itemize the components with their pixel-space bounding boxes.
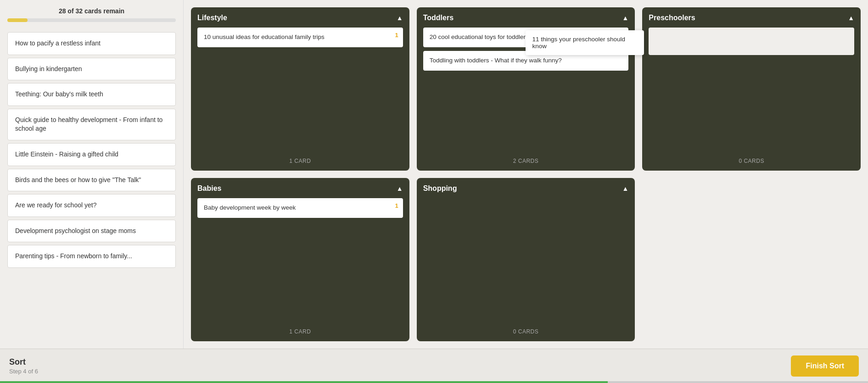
babies-card-1-number: 1 (395, 202, 398, 210)
category-shopping-header: Shopping ▲ (423, 184, 629, 193)
content-area: Lifestyle ▲ 10 unusual ideas for educati… (184, 0, 868, 349)
sort-title: Sort (9, 357, 38, 367)
category-babies-header: Babies ▲ (197, 184, 403, 193)
shopping-footer: 0 CARDS (423, 328, 629, 335)
lifestyle-card-1-text: 10 unusual ideas for educational family … (204, 33, 325, 40)
card-list: How to pacify a restless infantBullying … (7, 32, 176, 349)
babies-footer: 1 CARD (197, 328, 403, 335)
sidebar: 28 of 32 cards remain How to pacify a re… (0, 0, 184, 349)
lifestyle-card-1[interactable]: 10 unusual ideas for educational family … (197, 28, 403, 47)
cards-remain-counter: 28 of 32 cards remain (7, 7, 176, 15)
bottom-progress-fill (0, 381, 608, 383)
list-item[interactable]: Quick guide to healthy development - Fro… (7, 109, 176, 140)
category-toddlers-title: Toddlers (423, 14, 454, 22)
preschoolers-tooltip-text: 11 things your preschooler should know (532, 36, 625, 50)
category-babies-cards: Baby development week by week 1 (197, 198, 403, 324)
toddlers-card-2-text: Toddling with toddlers - What if they wa… (430, 57, 562, 64)
sort-info: Sort Step 4 of 6 (9, 357, 38, 375)
category-lifestyle-cards: 10 unusual ideas for educational family … (197, 28, 403, 153)
list-item[interactable]: Bullying in kindergarten (7, 58, 176, 81)
bottom-bar: Sort Step 4 of 6 Finish Sort (0, 349, 868, 383)
category-toddlers: Toddlers ▲ 20 cool educational toys for … (417, 7, 635, 171)
cards-remain-number: 28 (59, 7, 66, 15)
toddlers-collapse-icon[interactable]: ▲ (622, 14, 628, 22)
sidebar-progress-bar (7, 18, 176, 22)
preschoolers-collapse-icon[interactable]: ▲ (848, 14, 854, 22)
bottom-progress-container (0, 381, 868, 383)
category-babies-title: Babies (197, 184, 221, 193)
list-item[interactable]: Development psychologist on stage moms (7, 220, 176, 243)
preschoolers-tooltip: 11 things your preschooler should know (526, 30, 644, 55)
shopping-collapse-icon[interactable]: ▲ (622, 185, 628, 192)
category-babies: Babies ▲ Baby development week by week 1… (191, 178, 409, 341)
finish-sort-button[interactable]: Finish Sort (791, 355, 859, 377)
cards-remain-suffix: cards remain (84, 7, 124, 15)
list-item[interactable]: Teething: Our baby's milk teeth (7, 83, 176, 106)
category-preschoolers-header: Preschoolers ▲ (649, 14, 854, 22)
category-lifestyle: Lifestyle ▲ 10 unusual ideas for educati… (191, 7, 409, 171)
list-item[interactable]: Birds and the bees or how to give "The T… (7, 169, 176, 192)
category-lifestyle-title: Lifestyle (197, 14, 227, 22)
toddlers-card-1-text: 20 cool educational toys for toddlers (430, 33, 529, 40)
cards-remain-label: of (67, 7, 75, 15)
sidebar-progress-fill (7, 18, 28, 22)
category-toddlers-header: Toddlers ▲ (423, 14, 629, 22)
cards-total-number: 32 (75, 7, 83, 15)
lifestyle-card-1-number: 1 (395, 31, 398, 39)
category-lifestyle-header: Lifestyle ▲ (197, 14, 403, 22)
toddlers-footer: 2 CARDS (423, 158, 629, 164)
preschoolers-empty (649, 28, 854, 55)
category-shopping: Shopping ▲ 0 CARDS (417, 178, 635, 341)
babies-collapse-icon[interactable]: ▲ (397, 185, 403, 192)
sort-step: Step 4 of 6 (9, 368, 38, 375)
list-item[interactable]: Little Einstein - Raising a gifted child (7, 143, 176, 166)
list-item[interactable]: How to pacify a restless infant (7, 32, 176, 55)
category-shopping-title: Shopping (423, 184, 457, 193)
sidebar-header: 28 of 32 cards remain (7, 7, 176, 28)
category-preschoolers-cards (649, 28, 854, 153)
lifestyle-collapse-icon[interactable]: ▲ (397, 14, 403, 22)
list-item[interactable]: Are we ready for school yet? (7, 194, 176, 217)
list-item[interactable]: Parenting tips - From newborn to family.… (7, 245, 176, 268)
babies-card-1-text: Baby development week by week (204, 204, 296, 211)
columns-grid: Lifestyle ▲ 10 unusual ideas for educati… (191, 7, 861, 341)
babies-card-1[interactable]: Baby development week by week 1 (197, 198, 403, 218)
lifestyle-footer: 1 CARD (197, 158, 403, 164)
category-shopping-cards (423, 198, 629, 324)
preschoolers-footer: 0 CARDS (649, 158, 854, 164)
category-preschoolers: Preschoolers ▲ 0 CARDS (642, 7, 861, 171)
category-preschoolers-title: Preschoolers (649, 14, 695, 22)
